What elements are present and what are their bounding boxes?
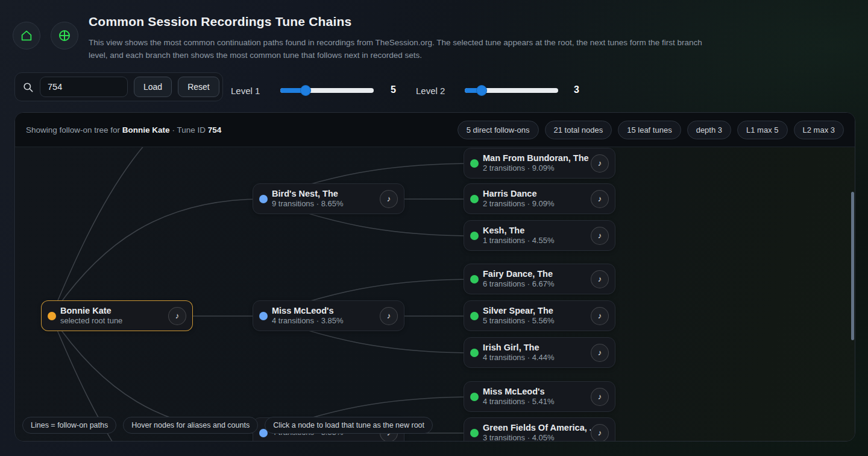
music-note-icon: ♪ bbox=[387, 194, 391, 203]
legend-lines: Lines = follow-on paths bbox=[22, 417, 116, 434]
tune-link-button[interactable]: ♪ bbox=[591, 307, 609, 325]
toolbar: Load Reset bbox=[14, 72, 223, 101]
node-title: Harris Dance bbox=[483, 188, 555, 199]
legend-row: Lines = follow-on paths Hover nodes for … bbox=[22, 417, 433, 434]
tune-link-button[interactable]: ♪ bbox=[591, 190, 609, 208]
tree-node-man-from-bundoran[interactable]: Man From Bundoran, The 2 transitions · 9… bbox=[464, 148, 615, 179]
page-title: Common Session Recordings Tune Chains bbox=[89, 14, 351, 29]
node-subtitle: 4 transitions · 5.41% bbox=[483, 397, 555, 407]
page-subtitle: This view shows the most common continua… bbox=[89, 36, 717, 62]
load-button[interactable]: Load bbox=[134, 77, 172, 97]
tree-panel-header: Showing follow-on tree for Bonnie Kate ·… bbox=[15, 113, 855, 147]
tree-node-harris-dance[interactable]: Harris Dance 2 transitions · 9.09% ♪ bbox=[464, 183, 615, 214]
tune-link-button[interactable]: ♪ bbox=[591, 424, 609, 442]
node-subtitle: 3 transitions · 4.05% bbox=[483, 433, 591, 442]
level2-dot bbox=[470, 429, 479, 437]
reset-button[interactable]: Reset bbox=[178, 77, 219, 97]
music-note-icon: ♪ bbox=[598, 159, 602, 168]
crosshair-button[interactable] bbox=[51, 22, 78, 49]
home-button[interactable] bbox=[13, 22, 40, 49]
home-icon bbox=[20, 29, 33, 42]
music-note-icon: ♪ bbox=[175, 311, 180, 320]
level2-value: 3 bbox=[574, 84, 579, 95]
tune-link-button[interactable]: ♪ bbox=[591, 388, 609, 406]
status-tune-id: 754 bbox=[208, 125, 222, 135]
level2-dot bbox=[470, 232, 479, 240]
tree-node-silver-spear[interactable]: Silver Spear, The 5 transitions · 5.56% … bbox=[464, 300, 615, 331]
node-subtitle: selected root tune bbox=[60, 316, 122, 326]
edge-root-birds-nest bbox=[51, 199, 263, 316]
tune-link-button[interactable]: ♪ bbox=[168, 307, 186, 325]
tune-link-button[interactable]: ♪ bbox=[591, 270, 609, 288]
node-subtitle: 5 transitions · 5.56% bbox=[483, 316, 555, 326]
music-note-icon: ♪ bbox=[598, 392, 602, 401]
node-title: Kesh, The bbox=[483, 225, 555, 236]
music-note-icon: ♪ bbox=[598, 274, 602, 283]
node-subtitle: 9 transitions · 8.65% bbox=[272, 199, 344, 209]
level2-dot bbox=[470, 275, 479, 283]
status-mid: · Tune ID bbox=[172, 125, 206, 135]
status-tune-name: Bonnie Kate bbox=[122, 125, 170, 135]
level1-dot bbox=[259, 195, 268, 203]
badge-depth: depth 3 bbox=[687, 121, 731, 139]
search-icon bbox=[22, 81, 34, 93]
node-subtitle: 6 transitions · 6.67% bbox=[483, 279, 555, 290]
level2-dot bbox=[470, 349, 479, 357]
level2-dot bbox=[470, 159, 479, 168]
root-dot bbox=[48, 312, 56, 320]
tree-canvas: Bonnie Kate selected root tune ♪ Bird's … bbox=[16, 147, 855, 442]
badge-l2-max: L2 max 3 bbox=[794, 121, 844, 139]
level2-dot bbox=[470, 195, 479, 203]
level2-dot bbox=[470, 393, 479, 401]
level1-dot bbox=[259, 312, 268, 320]
tree-node-miss-mcleods-l2[interactable]: Miss McLeod's 4 transitions · 5.41% ♪ bbox=[464, 381, 615, 412]
tree-node-miss-mcleods-l1[interactable]: Miss McLeod's 4 transitions · 3.85% ♪ bbox=[253, 300, 404, 331]
music-note-icon: ♪ bbox=[387, 311, 391, 320]
tune-link-button[interactable]: ♪ bbox=[591, 227, 609, 245]
tune-link-button[interactable]: ♪ bbox=[380, 307, 398, 325]
music-note-icon: ♪ bbox=[598, 348, 602, 357]
tune-link-button[interactable]: ♪ bbox=[591, 344, 609, 362]
edge-root-bottom-l1 bbox=[51, 316, 263, 433]
node-title: Bird's Nest, The bbox=[272, 188, 344, 199]
vertical-scrollbar[interactable] bbox=[851, 192, 854, 340]
badge-l1-max: L1 max 5 bbox=[737, 121, 787, 139]
level1-value: 5 bbox=[391, 84, 396, 95]
node-title: Miss McLeod's bbox=[272, 305, 344, 316]
node-subtitle: 2 transitions · 9.09% bbox=[483, 199, 555, 209]
node-subtitle: 2 transitions · 9.09% bbox=[483, 163, 589, 174]
badge-total-nodes: 21 total nodes bbox=[545, 121, 612, 139]
node-title: Bonnie Kate bbox=[60, 305, 122, 316]
node-subtitle: 4 transitions · 4.44% bbox=[483, 353, 555, 363]
badge-leaf-tunes: 15 leaf tunes bbox=[618, 121, 681, 139]
node-title: Fairy Dance, The bbox=[483, 268, 555, 279]
legend-click: Click a node to load that tune as the ne… bbox=[265, 417, 433, 434]
node-title: Silver Spear, The bbox=[483, 305, 555, 316]
tree-node-fairy-dance[interactable]: Fairy Dance, The 6 transitions · 6.67% ♪ bbox=[464, 264, 615, 294]
tree-node-kesh[interactable]: Kesh, The 1 transitions · 4.55% ♪ bbox=[464, 220, 615, 251]
node-title: Green Fields Of America, ... bbox=[483, 422, 591, 433]
badge-row: 5 direct follow-ons 21 total nodes 15 le… bbox=[458, 121, 844, 139]
tune-id-input[interactable] bbox=[40, 77, 128, 97]
tune-link-button[interactable]: ♪ bbox=[380, 190, 398, 208]
tune-link-button[interactable]: ♪ bbox=[591, 154, 609, 173]
tree-node-irish-girl[interactable]: Irish Girl, The 4 transitions · 4.44% ♪ bbox=[464, 337, 615, 368]
level2-slider-thumb[interactable] bbox=[476, 85, 487, 96]
tree-node-birds-nest[interactable]: Bird's Nest, The 9 transitions · 8.65% ♪ bbox=[253, 183, 404, 214]
level1-slider-thumb[interactable] bbox=[300, 85, 311, 96]
level2-slider[interactable] bbox=[465, 88, 558, 93]
music-note-icon: ♪ bbox=[598, 231, 602, 240]
legend-hover: Hover nodes for aliases and counts bbox=[123, 417, 258, 434]
music-note-icon: ♪ bbox=[598, 428, 602, 437]
tree-node-green-fields[interactable]: Green Fields Of America, ... 3 transitio… bbox=[464, 417, 615, 442]
node-title: Man From Bundoran, The bbox=[483, 153, 589, 163]
edge-root-offscreen-top bbox=[51, 147, 263, 316]
music-note-icon: ♪ bbox=[598, 194, 602, 203]
level1-slider[interactable] bbox=[280, 88, 374, 93]
level1-label: Level 1 bbox=[231, 86, 260, 96]
badge-direct-follow-ons: 5 direct follow-ons bbox=[458, 121, 539, 139]
tree-panel: Showing follow-on tree for Bonnie Kate ·… bbox=[14, 112, 855, 442]
edge-layer bbox=[16, 147, 855, 442]
tree-node-root[interactable]: Bonnie Kate selected root tune ♪ bbox=[41, 300, 193, 331]
level2-label: Level 2 bbox=[416, 86, 445, 96]
